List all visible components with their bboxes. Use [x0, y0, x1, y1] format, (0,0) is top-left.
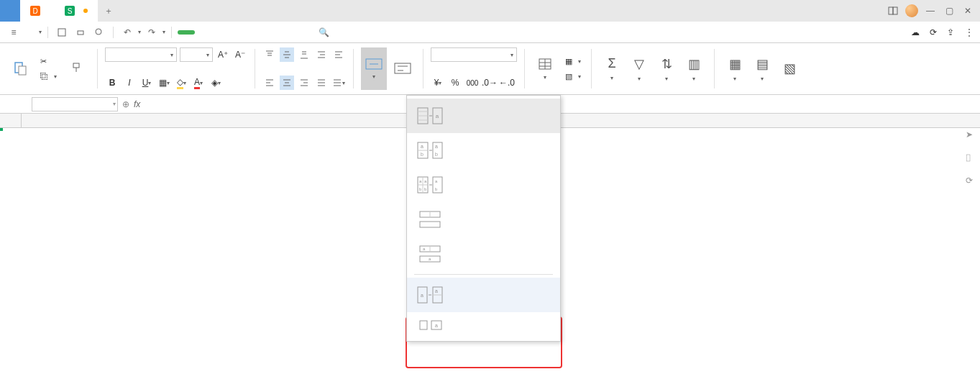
svg-rect-9 — [395, 63, 411, 73]
tab-workbook[interactable]: S — [55, 0, 98, 22]
more-menu-button[interactable]: ⋮ — [964, 27, 974, 38]
svg-text:a: a — [435, 288, 438, 293]
search-input[interactable]: 🔍 — [319, 27, 332, 37]
new-tab-button[interactable]: ＋ — [98, 0, 119, 22]
font-color-button[interactable]: A — [191, 76, 206, 90]
align-middle-button[interactable] — [280, 47, 294, 62]
decrease-indent-button[interactable] — [314, 47, 329, 62]
orientation-button[interactable] — [331, 76, 346, 90]
cells-button[interactable]: ▦ — [722, 47, 748, 90]
fx-icon[interactable]: fx — [134, 99, 140, 109]
name-box[interactable]: ▾ — [32, 97, 118, 111]
undo-icon[interactable]: ↶ — [119, 24, 135, 40]
merge-cells-item[interactable]: abab — [407, 133, 560, 168]
coop-icon: ⟳ — [930, 27, 937, 37]
print-preview-icon[interactable] — [91, 24, 107, 40]
select-all-corner[interactable] — [0, 114, 22, 127]
tab-daoke[interactable]: D — [20, 0, 55, 22]
menu-devtools[interactable] — [284, 30, 296, 35]
wrap-icon — [394, 63, 411, 74]
paste-button[interactable] — [7, 47, 33, 90]
coop-button[interactable]: ⟳ — [930, 27, 940, 37]
cut-button[interactable]: ✂ — [37, 55, 60, 68]
conditional-format-button[interactable] — [532, 47, 558, 90]
align-top-button[interactable] — [262, 47, 277, 62]
comma-button[interactable]: 000 — [465, 76, 480, 90]
not-saved-button[interactable]: ☁ — [911, 27, 922, 37]
table-style-button[interactable]: ▦ — [562, 55, 584, 68]
menu-view[interactable] — [270, 30, 281, 35]
align-left-button[interactable] — [262, 76, 277, 90]
reading-layout-icon[interactable] — [887, 4, 899, 17]
chevron-down-icon — [342, 80, 345, 86]
merge-extra-item[interactable]: a — [407, 312, 560, 338]
svg-rect-38 — [420, 321, 427, 329]
panel-icon[interactable]: ⌷ — [966, 152, 977, 164]
print-icon[interactable] — [73, 24, 88, 40]
minimize-button[interactable]: — — [924, 4, 937, 17]
percent-button[interactable]: % — [448, 76, 462, 90]
bold-button[interactable]: B — [105, 76, 119, 90]
svg-text:a: a — [421, 293, 423, 298]
menu-member[interactable] — [298, 30, 310, 35]
justify-button[interactable] — [314, 76, 329, 90]
worksheet-button[interactable]: ▧ — [777, 47, 802, 90]
fill-button[interactable]: ▥ — [681, 47, 707, 90]
format-painter-button[interactable] — [64, 47, 90, 90]
cell-style-button[interactable]: ▧ — [562, 70, 584, 83]
cut-icon: ✂ — [40, 57, 47, 66]
increase-font-button[interactable]: A⁺ — [216, 47, 230, 62]
unmerge-cells-item[interactable]: aa — [407, 278, 560, 312]
filter-button[interactable]: ▽ — [626, 47, 652, 90]
rows-cols-button[interactable]: ▤ — [749, 47, 775, 90]
menu-pagelayout[interactable] — [212, 30, 224, 35]
border-button[interactable]: ▦ — [157, 76, 171, 90]
close-button[interactable]: ✕ — [961, 4, 974, 17]
svg-rect-1 — [893, 7, 897, 14]
font-size-select[interactable] — [180, 47, 213, 62]
chevron-down-icon — [167, 80, 170, 86]
auto-wrap-button[interactable] — [390, 47, 416, 90]
merge-content-item[interactable]: aabbab — [407, 168, 560, 202]
increase-decimal-button[interactable]: .0→ — [482, 76, 497, 90]
workbook-icon: S — [65, 6, 75, 16]
currency-button[interactable]: ¥ — [431, 76, 445, 90]
menu-start[interactable] — [178, 30, 195, 35]
menu-insert[interactable] — [198, 30, 209, 35]
menu-review[interactable] — [255, 30, 267, 35]
avatar[interactable] — [905, 4, 918, 17]
underline-button[interactable]: U — [139, 76, 154, 90]
align-bottom-button[interactable] — [297, 47, 311, 62]
merge-extra-icon: a — [417, 315, 443, 335]
menu-data[interactable] — [241, 30, 252, 35]
font-name-select[interactable] — [105, 47, 177, 62]
sum-button[interactable]: Σ — [599, 47, 625, 90]
sort-button[interactable]: ⇅ — [654, 47, 679, 90]
merge-center-button[interactable] — [361, 47, 387, 90]
menu-icon[interactable]: ≡ — [6, 24, 22, 40]
align-center-button[interactable] — [280, 76, 294, 90]
copy-button[interactable]: ⿻ — [37, 70, 60, 82]
maximize-button[interactable]: ▢ — [943, 4, 956, 17]
share-button[interactable]: ⇪ — [947, 27, 957, 37]
center-across-item[interactable]: aa — [407, 237, 560, 271]
zoom-icon[interactable]: ⊕ — [122, 99, 129, 109]
italic-button[interactable]: I — [122, 76, 137, 90]
save-icon[interactable] — [54, 24, 70, 40]
clear-format-button[interactable]: ◈ — [209, 76, 223, 90]
number-format-select[interactable] — [431, 47, 517, 62]
menu-formula[interactable] — [226, 30, 238, 35]
decrease-font-button[interactable]: A⁻ — [233, 47, 247, 62]
tab-home[interactable] — [0, 0, 20, 22]
cursor-icon[interactable]: ➤ — [966, 129, 977, 141]
fill-color-button[interactable]: ◇ — [174, 76, 188, 90]
menu-file[interactable] — [24, 30, 36, 35]
merge-across-item[interactable] — [407, 202, 560, 237]
merge-center-item[interactable]: a — [407, 99, 560, 133]
align-right-button[interactable] — [297, 76, 311, 90]
chevron-down-icon — [578, 73, 581, 80]
increase-indent-button[interactable] — [331, 47, 346, 62]
decrease-decimal-button[interactable]: ←.0 — [500, 76, 514, 90]
refresh-icon[interactable]: ⟳ — [966, 176, 977, 187]
redo-icon[interactable]: ↷ — [144, 24, 160, 40]
